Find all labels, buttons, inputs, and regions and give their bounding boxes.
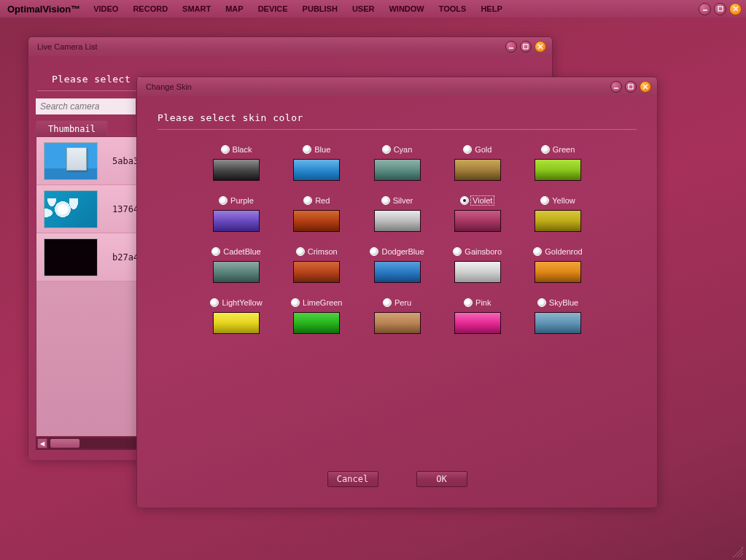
color-option-red[interactable]: Red [303,194,330,207]
radio-icon[interactable] [211,247,220,256]
menu-window[interactable]: WINDOW [389,4,424,13]
color-swatch-peru[interactable] [374,312,421,334]
radio-icon[interactable] [370,247,378,256]
color-swatch-pink[interactable] [454,312,501,334]
skin-minimize-button[interactable] [610,81,622,93]
ok-button[interactable]: OK [416,471,467,487]
resize-grip-icon[interactable] [733,547,743,557]
radio-icon[interactable] [381,196,390,205]
color-swatch-goldenrod[interactable] [535,261,581,283]
color-swatch-lightyellow[interactable] [213,312,260,334]
radio-icon[interactable] [541,145,550,154]
color-swatch-yellow[interactable] [535,210,581,232]
main-maximize-button[interactable] [714,3,726,15]
radio-icon[interactable] [460,196,469,205]
color-swatch-cadetblue[interactable] [213,261,260,283]
radio-icon[interactable] [382,145,391,154]
radio-icon[interactable] [463,145,472,154]
divider [158,129,637,130]
color-swatch-skyblue[interactable] [535,312,581,334]
color-swatch-cyan[interactable] [374,159,421,181]
scroll-thumb[interactable] [50,439,79,448]
color-option-dodgerblue[interactable]: DodgerBlue [370,245,424,258]
radio-icon[interactable] [453,247,462,256]
color-option-lightyellow[interactable]: LightYellow [210,296,262,309]
cameralist-close-button[interactable] [535,41,546,52]
color-option-gold[interactable]: Gold [463,143,491,156]
color-option-yellow[interactable]: Yellow [540,194,575,207]
color-label-text: Red [315,196,330,205]
color-option-violet[interactable]: Violet [460,194,494,207]
color-swatch-gainsboro[interactable] [454,261,501,283]
color-option-peru[interactable]: Peru [383,296,411,309]
radio-icon[interactable] [303,196,312,205]
color-option-silver[interactable]: Silver [381,194,413,207]
color-option-green[interactable]: Green [541,143,575,156]
scroll-left-icon[interactable]: ◀ [37,438,47,448]
radio-icon[interactable] [540,196,549,205]
color-option-black[interactable]: Black [221,143,252,156]
color-option-purple[interactable]: Purple [219,194,254,207]
color-option-pink[interactable]: Pink [464,296,491,309]
menu-tools[interactable]: TOOLS [439,4,467,13]
radio-icon[interactable] [533,247,542,256]
color-option-gainsboro[interactable]: Gainsboro [453,245,502,258]
menu-video[interactable]: VIDEO [93,4,118,13]
color-label-text: LimeGreen [303,298,342,307]
color-swatch-purple[interactable] [213,210,260,232]
color-label-text: CadetBlue [223,247,260,256]
skin-heading: Please select skin color [158,112,637,129]
color-swatch-black[interactable] [213,159,260,181]
color-swatch-blue[interactable] [293,159,340,181]
color-swatch-green[interactable] [535,159,581,181]
menu-device[interactable]: DEVICE [258,4,288,13]
color-label-text: Goldenrod [545,247,582,256]
color-swatch-silver[interactable] [374,210,421,232]
skin-maximize-button[interactable] [625,81,637,93]
color-option-skyblue[interactable]: SkyBlue [537,296,578,309]
color-label-text: Yellow [552,196,575,205]
color-swatch-crimson[interactable] [293,261,340,283]
menu-publish[interactable]: PUBLISH [303,4,338,13]
radio-icon[interactable] [291,298,300,307]
menu-user[interactable]: USER [352,4,375,13]
camera-thumbnail [44,190,98,228]
menu-map[interactable]: MAP [225,4,243,13]
menu-help[interactable]: HELP [481,4,502,13]
color-swatch-red[interactable] [293,210,340,232]
skin-close-button[interactable] [640,81,651,93]
radio-icon[interactable] [464,298,473,307]
color-label-text: Green [553,145,575,154]
radio-icon[interactable] [296,247,305,256]
cameralist-titlebar[interactable]: Live Camera List [28,37,552,56]
color-option-blue[interactable]: Blue [303,143,330,156]
cameralist-maximize-button[interactable] [520,41,532,52]
radio-icon[interactable] [210,298,219,307]
menu-record[interactable]: RECORD [133,4,168,13]
radio-icon[interactable] [303,145,311,154]
color-swatch-dodgerblue[interactable] [374,261,421,283]
menu-smart[interactable]: SMART [182,4,211,13]
color-option-cyan[interactable]: Cyan [382,143,413,156]
color-label-text: Purple [230,196,254,205]
radio-icon[interactable] [219,196,228,205]
color-swatch-gold[interactable] [454,159,501,181]
color-option-cadetblue[interactable]: CadetBlue [211,245,260,258]
color-option-goldenrod[interactable]: Goldenrod [533,245,582,258]
color-swatch-violet[interactable] [454,210,501,232]
color-option-crimson[interactable]: Crimson [296,245,338,258]
camera-search-input[interactable] [36,98,136,114]
color-option-limegreen[interactable]: LimeGreen [291,296,342,309]
cameralist-title: Live Camera List [37,42,98,51]
radio-icon[interactable] [383,298,392,307]
radio-icon[interactable] [537,298,546,307]
radio-icon[interactable] [221,145,230,154]
tab-thumbnail[interactable]: Thumbnail [36,120,108,136]
skin-titlebar[interactable]: Change Skin [137,77,657,96]
color-label-text: Black [233,145,252,154]
main-minimize-button[interactable] [699,3,711,15]
main-close-button[interactable] [729,3,742,15]
cancel-button[interactable]: Cancel [327,471,378,487]
color-swatch-limegreen[interactable] [293,312,340,334]
cameralist-minimize-button[interactable] [505,41,517,52]
